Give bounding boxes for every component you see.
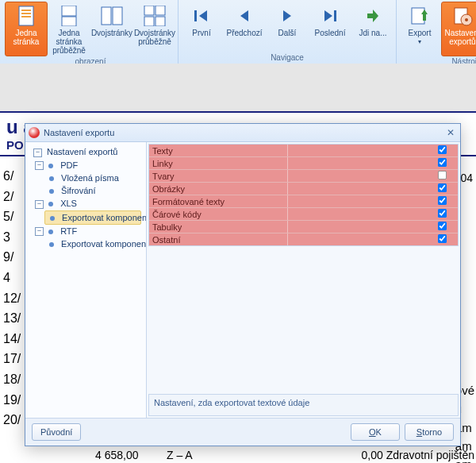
first-icon	[190, 5, 213, 27]
tree-label: PDF	[60, 160, 78, 170]
svg-marker-16	[324, 10, 332, 21]
tree-rtf[interactable]: − RTF	[30, 225, 144, 238]
ok-button[interactable]: OK	[351, 423, 400, 441]
ribbon-btn-jdi-na[interactable]: Jdi na...	[351, 2, 394, 52]
settings-export-icon	[451, 5, 474, 27]
svg-rect-4	[62, 6, 76, 16]
svg-rect-10	[144, 17, 154, 26]
option-checkbox-cell	[426, 145, 458, 156]
option-checkbox[interactable]	[437, 209, 446, 218]
prev-icon	[233, 5, 255, 27]
doc-header-sub: PO	[6, 138, 24, 152]
bullet-icon	[49, 242, 54, 247]
collapse-icon[interactable]: −	[35, 227, 44, 236]
option-row[interactable]: Tabulky	[149, 221, 458, 233]
option-row[interactable]: Formátované texty	[149, 195, 458, 208]
bullet-icon	[48, 164, 53, 168]
collapse-icon[interactable]: −	[33, 149, 42, 157]
page-double-icon	[101, 5, 123, 27]
option-checkbox-cell	[426, 170, 458, 182]
tree-xls[interactable]: − XLS	[30, 197, 144, 210]
collapse-icon[interactable]: −	[35, 200, 44, 209]
tree-rtf-export[interactable]: Exportovat komponenty	[44, 237, 144, 250]
option-label: Formátované texty	[152, 197, 287, 206]
option-checkbox-cell	[426, 157, 458, 169]
svg-rect-5	[62, 17, 76, 26]
cancel-button[interactable]: Storno	[405, 423, 454, 441]
export-icon	[409, 5, 431, 27]
dialog-footer: Původní OK Storno	[25, 418, 460, 446]
option-label: Tvary	[152, 172, 287, 181]
tree-pdf-encrypt[interactable]: Šifrování	[44, 184, 144, 197]
options-pane: TextyLinkyTvaryObrázkyFormátované textyČ…	[147, 142, 460, 418]
ribbon-group-label: Navigace	[180, 52, 394, 64]
option-label: Ostatní	[152, 235, 287, 245]
ribbon-btn-prvni[interactable]: První	[180, 2, 223, 52]
svg-marker-15	[283, 10, 291, 21]
ribbon-label: Další	[278, 29, 297, 37]
tree-root[interactable]: − Nastavení exportů	[29, 145, 144, 159]
tree-xls-export[interactable]: Exportovat komponenty	[44, 210, 141, 225]
doc-bottom-letters: Z – A	[167, 449, 193, 461]
tree-label: RTF	[60, 226, 77, 236]
tree-pdf[interactable]: − PDF	[30, 159, 144, 172]
option-checkbox[interactable]	[437, 145, 446, 154]
option-row[interactable]: Tvary	[149, 170, 458, 183]
dialog-titlebar[interactable]: Nastavení exportu ✕	[25, 124, 460, 142]
tree-label: XLS	[60, 199, 77, 208]
ribbon-label: Nastavení exportů	[443, 29, 476, 46]
tree-pdf-fonts[interactable]: Vložená písma	[44, 172, 144, 184]
option-checkbox[interactable]	[437, 171, 446, 179]
ribbon-btn-posledni[interactable]: Poslední	[309, 2, 351, 52]
ribbon-btn-predchozi[interactable]: Předchozí	[223, 2, 266, 52]
svg-rect-8	[144, 6, 154, 15]
option-checkbox-cell	[426, 221, 458, 233]
tree-label: Nastavení exportů	[47, 147, 117, 156]
option-row[interactable]: Texty	[149, 145, 458, 157]
default-button[interactable]: Původní	[32, 423, 81, 441]
option-checkbox[interactable]	[437, 222, 446, 230]
ribbon-btn-export[interactable]: Export ▾	[398, 2, 441, 56]
option-checkbox-cell	[426, 208, 458, 220]
ribbon-label: Poslední	[315, 29, 346, 37]
option-row[interactable]: Ostatní	[149, 233, 458, 245]
ribbon-label: Předchozí	[226, 29, 262, 37]
page-single-continuous-icon	[58, 5, 80, 27]
ribbon-btn-dvojstranky-prubezne[interactable]: Dvojstránky průběžně	[133, 2, 176, 56]
option-checkbox[interactable]	[437, 183, 446, 192]
svg-rect-1	[21, 10, 31, 11]
tree-label: Exportovat komponenty	[61, 239, 147, 249]
dialog-icon	[29, 127, 40, 138]
settings-tree: − Nastavení exportů − PDF Vložená písma …	[25, 142, 147, 418]
ribbon-btn-jedna-stranka-prubezne[interactable]: Jedna stránka průběžně	[48, 2, 90, 56]
ribbon-group-nastroje: Export ▾ Nastavení exportů @ Datová schr…	[397, 0, 476, 64]
svg-rect-17	[334, 10, 336, 21]
last-icon	[319, 5, 341, 27]
option-checkbox[interactable]	[437, 234, 446, 243]
export-settings-dialog: Nastavení exportu ✕ − Nastavení exportů …	[25, 123, 461, 446]
ribbon-btn-dalsi[interactable]: Další	[266, 2, 309, 52]
options-list: TextyLinkyTvaryObrázkyFormátované textyČ…	[148, 144, 459, 246]
collapse-icon[interactable]: −	[35, 161, 44, 170]
close-icon[interactable]: ✕	[444, 126, 457, 139]
ribbon-btn-jedna-stranka[interactable]: Jedna stránka	[5, 2, 48, 56]
bullet-icon	[50, 216, 55, 221]
option-checkbox[interactable]	[437, 196, 446, 205]
option-row[interactable]: Obrázky	[149, 183, 458, 195]
ribbon-label: Dvojstránky	[91, 29, 132, 37]
doc-bottom-num: 4 658,00	[95, 449, 139, 461]
tree-label: Šifrování	[61, 186, 95, 195]
option-checkbox[interactable]	[437, 158, 446, 167]
svg-marker-13	[199, 10, 207, 21]
option-label: Linky	[152, 159, 287, 168]
ribbon-btn-dvojstranky[interactable]: Dvojstránky	[90, 2, 133, 56]
dropdown-arrow-icon: ▾	[418, 39, 421, 46]
ribbon-btn-nastaveni-exportu[interactable]: Nastavení exportů	[441, 2, 476, 56]
page-double-continuous-icon	[144, 5, 166, 27]
option-row[interactable]: Čárové kódy	[149, 208, 458, 221]
option-label: Tabulky	[152, 222, 287, 232]
svg-rect-21	[423, 14, 426, 21]
bullet-icon	[49, 176, 54, 181]
option-row[interactable]: Linky	[149, 157, 458, 170]
ribbon-label: Jedna stránka	[7, 29, 45, 46]
